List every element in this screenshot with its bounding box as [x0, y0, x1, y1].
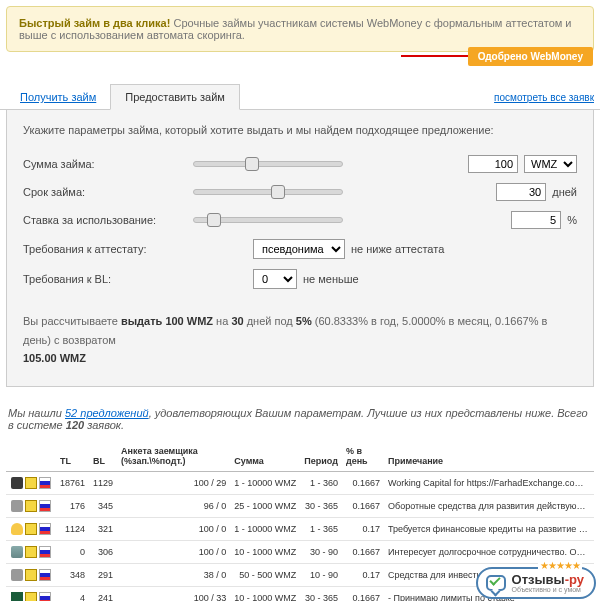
th-note[interactable]: Примечание — [384, 441, 594, 472]
calculation-summary: Вы рассчитываете выдать 100 WMZ на 30 дн… — [23, 312, 577, 368]
cell-pct: 0.17 — [342, 564, 384, 587]
cell-pct: 0.17 — [342, 518, 384, 541]
cell-period: 1 - 365 — [300, 518, 342, 541]
cell-sum: 1 - 10000 WMZ — [230, 472, 300, 495]
cell-tl: 176 — [56, 495, 89, 518]
table-row[interactable]: 0306100 / 010 - 1000 WMZ30 - 900.1667Инт… — [6, 541, 594, 564]
flag-icon — [39, 523, 51, 535]
banner-title: Быстрый займ в два клика! — [19, 17, 170, 29]
cell-sum: 50 - 500 WMZ — [230, 564, 300, 587]
att-label: Требования к аттестату: — [23, 243, 193, 255]
th-tl[interactable]: TL — [56, 441, 89, 472]
cell-pct: 0.1667 — [342, 587, 384, 601]
row-rate: Ставка за использование: % — [23, 206, 577, 234]
flag-icon — [39, 592, 51, 601]
table-row[interactable]: 17634596 / 025 - 1000 WMZ30 - 3650.1667О… — [6, 495, 594, 518]
amount-slider[interactable] — [193, 158, 343, 170]
cell-profile: 100 / 29 — [117, 472, 230, 495]
table-row[interactable]: 187611129100 / 291 - 10000 WMZ1 - 3600.1… — [6, 472, 594, 495]
rate-slider[interactable] — [193, 214, 343, 226]
avatar-icon — [11, 477, 23, 489]
cell-sum: 1 - 10000 WMZ — [230, 518, 300, 541]
rate-input[interactable] — [511, 211, 561, 229]
wm-icon — [25, 500, 37, 512]
cell-note: Оборотные средства для развития действую… — [384, 495, 594, 518]
cell-sum: 10 - 1000 WMZ — [230, 587, 300, 601]
cell-profile: 96 / 0 — [117, 495, 230, 518]
bl-select[interactable]: 0 — [253, 269, 297, 289]
avatar-icon — [11, 592, 23, 601]
row-term: Срок займа: дней — [23, 178, 577, 206]
term-slider[interactable] — [193, 186, 343, 198]
th-period[interactable]: Период — [300, 441, 342, 472]
cell-profile: 100 / 0 — [117, 541, 230, 564]
attestat-select[interactable]: псевдонима — [253, 239, 345, 259]
cell-period: 30 - 365 — [300, 587, 342, 601]
term-input[interactable] — [496, 183, 546, 201]
wm-icon — [25, 592, 37, 601]
cell-sum: 25 - 1000 WMZ — [230, 495, 300, 518]
cell-bl: 321 — [89, 518, 117, 541]
th-pct[interactable]: % в день — [342, 441, 384, 472]
amount-label: Сумма займа: — [23, 158, 193, 170]
flag-icon — [39, 546, 51, 558]
th-icons — [6, 441, 56, 472]
bl-suffix: не меньше — [303, 273, 359, 285]
bl-label: Требования к BL: — [23, 273, 193, 285]
cell-period: 1 - 360 — [300, 472, 342, 495]
th-sum[interactable]: Сумма — [230, 441, 300, 472]
avatar-icon — [11, 500, 23, 512]
cell-bl: 1129 — [89, 472, 117, 495]
cell-period: 30 - 90 — [300, 541, 342, 564]
row-bl: Требования к BL: 0 не меньше — [23, 264, 577, 294]
cell-profile: 100 / 0 — [117, 518, 230, 541]
wm-icon — [25, 523, 37, 535]
view-all-link[interactable]: посмотреть все заявк — [494, 92, 594, 103]
avatar-icon — [11, 546, 23, 558]
th-profile[interactable]: Анкета заемщика (%зап.\%подт.) — [117, 441, 230, 472]
cell-pct: 0.1667 — [342, 495, 384, 518]
avatar-icon — [11, 523, 23, 535]
cell-tl: 0 — [56, 541, 89, 564]
avatar-icon — [11, 569, 23, 581]
th-bl[interactable]: BL — [89, 441, 117, 472]
offers-count-link[interactable]: 52 предложений — [65, 407, 149, 419]
currency-select[interactable]: WMZ — [524, 155, 577, 173]
cell-bl: 291 — [89, 564, 117, 587]
panel-lead: Укажите параметры займа, который хотите … — [23, 124, 577, 136]
cell-bl: 345 — [89, 495, 117, 518]
term-label: Срок займа: — [23, 186, 193, 198]
cell-tl: 18761 — [56, 472, 89, 495]
cell-tl: 4 — [56, 587, 89, 601]
cell-period: 30 - 365 — [300, 495, 342, 518]
tab-give-loan[interactable]: Предоставить займ — [110, 84, 240, 110]
cell-pct: 0.1667 — [342, 472, 384, 495]
table-row[interactable]: 1124321100 / 01 - 10000 WMZ1 - 3650.17Тр… — [6, 518, 594, 541]
cell-pct: 0.1667 — [342, 541, 384, 564]
wm-icon — [25, 477, 37, 489]
results-summary: Мы нашли 52 предложений, удовлетворяющих… — [8, 407, 592, 431]
flag-icon — [39, 500, 51, 512]
cell-note: Требуется финансовые кредиты на развитие… — [384, 518, 594, 541]
promo-banner: Быстрый займ в два клика! Срочные займы … — [6, 6, 594, 52]
cell-bl: 241 — [89, 587, 117, 601]
att-suffix: не ниже аттестата — [351, 243, 444, 255]
cell-note: Working Capital for https://FarhadExchan… — [384, 472, 594, 495]
amount-input[interactable] — [468, 155, 518, 173]
row-attestat: Требования к аттестату: псевдонима не ни… — [23, 234, 577, 264]
params-panel: Укажите параметры займа, который хотите … — [6, 110, 594, 387]
wm-icon — [25, 569, 37, 581]
stars-icon: ★★★★★ — [538, 560, 582, 571]
tab-get-loan[interactable]: Получить займ — [6, 85, 110, 109]
cell-profile: 100 / 33 — [117, 587, 230, 601]
cell-tl: 348 — [56, 564, 89, 587]
flag-icon — [39, 477, 51, 489]
rate-label: Ставка за использование: — [23, 214, 193, 226]
flag-icon — [39, 569, 51, 581]
otzyvy-badge[interactable]: ★★★★★ Отзывы-ру Объективно и с умом — [476, 567, 596, 599]
wm-icon — [25, 546, 37, 558]
cell-sum: 10 - 1000 WMZ — [230, 541, 300, 564]
cell-tl: 1124 — [56, 518, 89, 541]
cell-period: 10 - 90 — [300, 564, 342, 587]
cell-bl: 306 — [89, 541, 117, 564]
